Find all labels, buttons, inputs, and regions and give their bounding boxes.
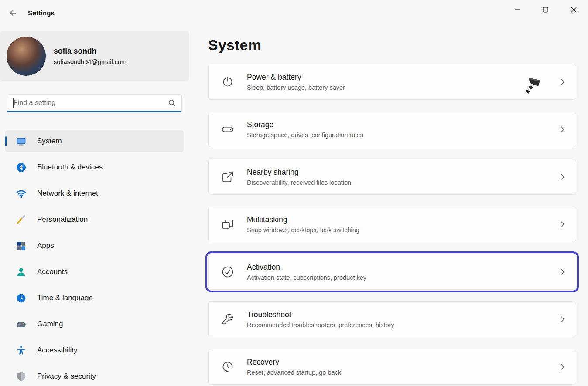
user-profile[interactable]: sofia sondh sofiasondh94@gmail.com [0, 31, 189, 81]
sidebar-item-label: Accounts [37, 267, 68, 276]
card-troubleshoot[interactable]: Troubleshoot Recommended troubleshooters… [208, 301, 576, 337]
text-caret [13, 98, 14, 108]
page-title: System [208, 37, 576, 54]
settings-cards: Power & battery Sleep, battery usage, ba… [208, 64, 576, 385]
sidebar-item-accessibility[interactable]: Accessibility [5, 339, 184, 361]
sidebar-item-label: Accessibility [37, 346, 78, 355]
accessibility-icon [16, 345, 27, 356]
privacy-security-icon [16, 371, 27, 382]
maximize-icon [543, 7, 548, 13]
user-email: sofiasondh94@gmail.com [54, 58, 126, 65]
card-title: Nearby sharing [247, 168, 351, 177]
close-button[interactable] [560, 0, 588, 19]
chevron-right-icon [561, 173, 564, 180]
window-controls [503, 0, 588, 19]
card-title: Power & battery [247, 73, 345, 82]
apps-icon [16, 240, 27, 251]
back-arrow-icon [9, 9, 17, 17]
sidebar-item-accounts[interactable]: Accounts [5, 261, 184, 283]
chevron-right-icon [561, 221, 564, 228]
sidebar-item-label: Personalization [37, 215, 88, 224]
sidebar-item-bluetooth-devices[interactable]: Bluetooth & devices [5, 156, 184, 178]
card-subtitle: Snap windows, desktops, task switching [247, 227, 359, 234]
search-input[interactable] [7, 99, 168, 107]
minimize-icon [514, 7, 520, 13]
chevron-right-icon [561, 316, 564, 323]
card-title: Recovery [247, 358, 341, 367]
bluetooth-icon [16, 162, 27, 173]
accounts-icon [16, 267, 27, 278]
troubleshoot-icon [209, 313, 247, 326]
sidebar-item-network-internet[interactable]: Network & internet [5, 183, 184, 204]
search-box[interactable] [7, 94, 182, 112]
close-icon [571, 7, 577, 13]
chevron-right-icon [561, 363, 564, 370]
avatar [7, 37, 46, 76]
sidebar-nav: System Bluetooth & devices Network & int… [0, 130, 189, 386]
card-multitasking[interactable]: Multitasking Snap windows, desktops, tas… [208, 207, 576, 242]
storage-icon [209, 123, 247, 136]
card-subtitle: Sleep, battery usage, battery saver [247, 84, 345, 91]
system-icon [16, 136, 27, 147]
chevron-right-icon [561, 78, 564, 85]
nearby-sharing-icon [209, 170, 247, 183]
sidebar: sofia sondh sofiasondh94@gmail.com Syste… [0, 26, 189, 386]
sidebar-item-apps[interactable]: Apps [5, 235, 184, 257]
sidebar-item-label: Time & language [37, 294, 93, 302]
card-recovery[interactable]: Recovery Reset, advanced startup, go bac… [208, 349, 576, 385]
personalization-icon [16, 214, 27, 225]
titlebar: Settings [0, 0, 588, 26]
sidebar-item-label: Privacy & security [37, 372, 96, 381]
time-language-icon [16, 293, 27, 304]
sidebar-item-label: Network & internet [37, 189, 98, 198]
card-subtitle: Reset, advanced startup, go back [247, 369, 341, 376]
card-power-battery[interactable]: Power & battery Sleep, battery usage, ba… [208, 64, 576, 100]
main-content: System Power & battery Sleep, battery us… [208, 26, 576, 386]
chevron-right-icon [561, 126, 564, 133]
sidebar-item-gaming[interactable]: Gaming [5, 313, 184, 335]
card-nearby-sharing[interactable]: Nearby sharing Discoverability, received… [208, 159, 576, 195]
back-button[interactable] [5, 6, 21, 20]
card-title: Storage [247, 120, 363, 129]
sidebar-item-system[interactable]: System [5, 130, 184, 152]
app-title: Settings [28, 9, 55, 17]
card-title: Troubleshoot [247, 310, 394, 319]
sidebar-item-label: Bluetooth & devices [37, 163, 103, 172]
power-icon [209, 75, 247, 88]
card-title: Activation [247, 263, 366, 272]
sidebar-item-label: System [37, 137, 62, 146]
sidebar-item-personalization[interactable]: Personalization [5, 209, 184, 230]
sidebar-item-label: Apps [37, 241, 54, 250]
card-storage[interactable]: Storage Storage space, drives, configura… [208, 112, 576, 147]
chevron-right-icon [561, 268, 564, 275]
maximize-button[interactable] [531, 0, 560, 19]
card-subtitle: Discoverability, received files location [247, 179, 351, 186]
card-subtitle: Storage space, drives, configuration rul… [247, 132, 363, 139]
search-icon [168, 99, 181, 107]
card-activation[interactable]: Activation Activation state, subscriptio… [208, 254, 576, 290]
user-name: sofia sondh [54, 47, 126, 56]
card-title: Multitasking [247, 215, 359, 224]
recovery-icon [209, 360, 247, 373]
network-icon [16, 188, 27, 199]
sidebar-item-privacy-security[interactable]: Privacy & security [5, 366, 184, 386]
sidebar-item-label: Gaming [37, 320, 63, 328]
activation-icon [209, 265, 247, 278]
minimize-button[interactable] [503, 0, 531, 19]
gaming-icon [16, 319, 27, 330]
card-subtitle: Activation state, subscriptions, product… [247, 274, 366, 281]
card-subtitle: Recommended troubleshooters, preferences… [247, 322, 394, 328]
sidebar-item-time-language[interactable]: Time & language [5, 287, 184, 309]
multitasking-icon [209, 218, 247, 231]
